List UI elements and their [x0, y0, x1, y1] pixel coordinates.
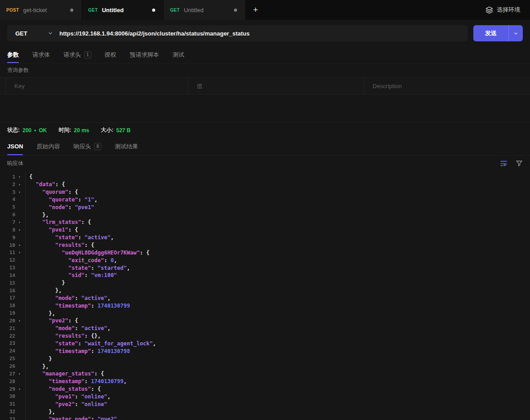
gutter-row: 18 [0, 302, 25, 309]
param-row-handle[interactable] [0, 78, 6, 94]
param-key-input[interactable] [6, 83, 188, 89]
tab-request-参数[interactable]: 参数 [7, 47, 19, 63]
tab-response-测试结果[interactable]: 测试结果 [115, 138, 138, 155]
gutter-row: 12 [0, 256, 25, 264]
code-line: } [29, 355, 530, 362]
line-number: 31 [0, 401, 18, 407]
json-punctuation: : [78, 234, 84, 241]
code-line: "ueDqHL8DGdgg6HEOr7KWaw": { [29, 249, 530, 256]
tab-response-响应头[interactable]: 响应头8 [73, 138, 101, 155]
fold-toggle-icon[interactable]: ▾ [18, 243, 25, 247]
fold-toggle-icon[interactable]: ▾ [18, 175, 25, 179]
json-punctuation: : { [68, 317, 78, 324]
tab-request-测试[interactable]: 测试 [173, 47, 184, 63]
response-status-line: 状态: 200 • OK 时间: 20 ms 大小: 527 B [0, 122, 530, 138]
code-line: "mode": "active", [29, 295, 530, 302]
tab-request-label: 请求体 [32, 51, 50, 59]
json-punctuation: , [127, 265, 130, 271]
json-punctuation: : [75, 401, 81, 407]
send-button-label[interactable]: 发送 [473, 25, 508, 41]
fold-toggle-icon[interactable]: ▾ [18, 387, 25, 391]
url-input-box[interactable]: GET https://192.168.1.94:8006/api2/json/… [7, 25, 468, 41]
environment-selector[interactable]: 选择环境 [485, 0, 530, 20]
json-string: "1" [85, 197, 94, 203]
json-key: "ueDqHL8DGdgg6HEOr7KWaw" [62, 250, 139, 256]
fold-toggle-icon[interactable]: ▾ [18, 372, 25, 376]
fold-toggle-icon[interactable]: ▾ [18, 183, 25, 187]
method-select[interactable]: GET [7, 30, 59, 37]
tab-response-label: 响应头 [73, 143, 91, 151]
gutter-row: 13 [0, 264, 25, 272]
status-separator-dot: • [34, 127, 36, 134]
gutter-row: 23 [0, 340, 25, 348]
json-string: "vm:100" [91, 272, 117, 278]
gutter-row: 22 [0, 332, 25, 340]
url-input[interactable]: https://192.168.1.94:8006/api2/json/clus… [59, 30, 250, 37]
request-tab-get-ticket[interactable]: POSTget-ticket [0, 0, 82, 20]
gutter-row: 11▾ [0, 249, 25, 256]
time-value: 20 ms [74, 127, 89, 134]
tab-request-label: 授权 [105, 51, 117, 59]
request-tab-untitled[interactable]: GETUntitled [164, 0, 246, 20]
tab-response-json[interactable]: JSON [7, 138, 23, 155]
line-number: 22 [0, 333, 18, 339]
json-key: "mode" [55, 325, 75, 331]
code-line: "pve2": { [29, 317, 530, 325]
param-description-input[interactable] [364, 83, 530, 89]
json-key: "state" [68, 265, 91, 271]
json-punctuation: , [124, 378, 127, 384]
code-line: "master_node": "pve2" [29, 416, 530, 420]
tab-response-count-badge: 8 [94, 143, 101, 150]
new-request-tab-button[interactable]: + [246, 0, 265, 20]
query-params-table [0, 77, 530, 94]
code-line: "pve1": { [29, 226, 530, 234]
response-body-toolbar: 响应体 [0, 156, 530, 171]
wrap-lines-icon[interactable] [500, 160, 508, 167]
tab-request-请求头[interactable]: 请求头1 [63, 47, 91, 63]
fold-toggle-icon[interactable]: ▾ [18, 190, 25, 194]
param-value-input[interactable] [189, 83, 364, 89]
json-punctuation: }, [42, 212, 49, 218]
line-number: 25 [0, 356, 18, 362]
time-label: 时间: [58, 126, 71, 134]
json-key: "pve2" [49, 317, 68, 324]
size-label: 大小: [101, 126, 113, 134]
gutter-row: 33 [0, 416, 25, 420]
json-punctuation: { [29, 174, 32, 180]
code-line: "exit_code": 0, [29, 256, 530, 264]
json-punctuation: : [68, 204, 75, 210]
tab-request-label: 预请求脚本 [130, 51, 159, 59]
status-code: 200 [22, 127, 31, 134]
filter-icon[interactable] [516, 160, 523, 167]
tab-request-授权[interactable]: 授权 [105, 47, 117, 63]
code-line: "data": { [29, 181, 530, 188]
line-number: 4 [0, 197, 18, 202]
json-punctuation: : { [55, 181, 65, 188]
fold-toggle-icon[interactable]: ▾ [18, 250, 25, 255]
response-body-label: 响应体 [7, 160, 23, 167]
gutter-row: 17 [0, 295, 25, 302]
gutter-row: 14 [0, 272, 25, 279]
json-punctuation: , [107, 295, 110, 301]
send-options-button[interactable] [508, 25, 523, 41]
json-key: "exit_code" [68, 257, 104, 264]
json-punctuation: : { [68, 227, 78, 233]
json-string: "pve2" [98, 416, 117, 420]
code-line: "manager_status": { [29, 370, 530, 378]
json-punctuation: : [91, 416, 97, 420]
code-line: }, [29, 362, 530, 370]
fold-toggle-icon[interactable]: ▾ [18, 228, 25, 232]
tab-request-预请求脚本[interactable]: 预请求脚本 [130, 47, 159, 63]
tab-request-请求体[interactable]: 请求体 [32, 47, 50, 63]
request-tab-untitled[interactable]: GETUntitled [82, 0, 164, 20]
response-json-viewer[interactable]: 1▾2▾3▾4567▾8▾910▾11▾121314151617181920▾2… [0, 171, 530, 420]
json-number: 1740130799 [91, 378, 123, 384]
code-line: "pve2": "online" [29, 400, 530, 408]
fold-toggle-icon[interactable]: ▾ [18, 220, 25, 224]
request-tab-title: Untitled [102, 7, 148, 13]
tab-response-原始内容[interactable]: 原始内容 [36, 138, 60, 155]
fold-toggle-icon[interactable]: ▾ [18, 319, 25, 323]
send-button[interactable]: 发送 [473, 25, 523, 41]
json-string: "active" [81, 325, 108, 331]
code-line: { [29, 173, 530, 181]
